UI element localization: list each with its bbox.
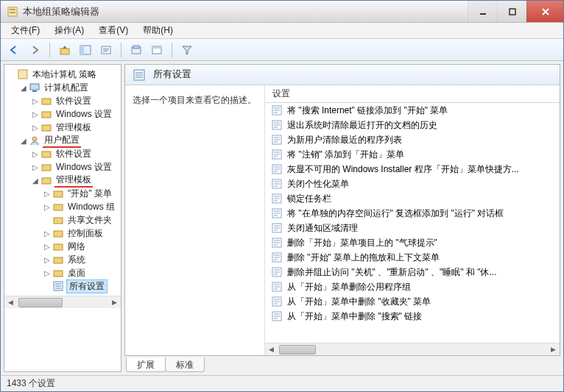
scroll-thumb[interactable]	[18, 298, 63, 307]
expand-icon[interactable]: ▷	[43, 243, 52, 251]
policy-item-icon	[271, 281, 283, 293]
tab-standard[interactable]: 标准	[165, 357, 205, 372]
tree-item[interactable]: ▷"开始" 菜单	[43, 187, 121, 200]
folder-icon	[52, 214, 64, 226]
tree-label: 共享文件夹	[66, 214, 113, 227]
menu-action[interactable]: 操作(A)	[47, 23, 91, 38]
expand-icon[interactable]: ▷	[43, 269, 52, 277]
window-title: 本地组策略编辑器	[23, 5, 468, 18]
list-item[interactable]: 从「开始」菜单中删除 "收藏夹" 菜单	[265, 294, 560, 309]
tree-item[interactable]: ▷Windows 组	[43, 200, 121, 213]
tree-item[interactable]: ▷系统	[43, 253, 121, 266]
list-item[interactable]: 为新用户清除最近的程序列表	[265, 132, 560, 147]
expand-icon[interactable]: ▷	[43, 256, 52, 264]
expand-icon[interactable]: ▷	[43, 190, 52, 198]
tree-admin-templates[interactable]: ◢ 管理模板	[31, 174, 121, 187]
policy-item-icon	[271, 119, 283, 131]
svg-rect-28	[54, 257, 63, 263]
tree-item[interactable]: ▷软件设置	[31, 147, 121, 160]
list-item[interactable]: 将 "搜索 Internet" 链接添加到 "开始" 菜单	[265, 103, 560, 118]
expand-icon[interactable]: ▷	[43, 203, 52, 211]
refresh-button[interactable]	[127, 41, 145, 59]
svg-rect-24	[54, 204, 63, 210]
list-body[interactable]: 将 "搜索 Internet" 链接添加到 "开始" 菜单退出系统时清除最近打开…	[265, 103, 560, 343]
expand-icon[interactable]: ▷	[31, 124, 40, 132]
tree-h-scrollbar[interactable]: ◀ ▶	[4, 296, 121, 308]
right-pane: 所有设置 选择一个项目来查看它的描述。 设置 将 "搜索 Internet" 链…	[124, 64, 560, 372]
tree-item[interactable]: ▷桌面	[43, 266, 121, 279]
close-button[interactable]	[526, 1, 563, 22]
tree-item[interactable]: ▷Windows 设置	[31, 107, 121, 121]
svg-rect-16	[42, 99, 51, 104]
expand-icon[interactable]: ◢	[31, 177, 40, 185]
up-button[interactable]	[56, 41, 74, 59]
list-item[interactable]: 从「开始」菜单中删除 "搜索" 链接	[265, 309, 560, 324]
back-button[interactable]	[5, 41, 23, 59]
status-count: 1433 个设置	[7, 377, 55, 390]
scroll-left-button[interactable]: ◀	[4, 296, 17, 309]
properties-button[interactable]	[148, 41, 166, 59]
scroll-track[interactable]	[17, 296, 108, 308]
tree-pane[interactable]: 本地计算机 策略 ◢ 计算机配置 ▷软件设置 ▷W	[4, 64, 121, 372]
tree-label: 系统	[66, 254, 87, 266]
tree-computer-config[interactable]: ◢ 计算机配置	[19, 81, 121, 94]
expand-icon[interactable]: ▷	[31, 163, 40, 171]
scroll-thumb[interactable]	[279, 345, 316, 354]
list-item-label: 锁定任务栏	[287, 193, 331, 205]
folder-icon	[40, 121, 52, 133]
tree-item[interactable]: ▷网络	[43, 240, 121, 253]
list-item[interactable]: 关闭个性化菜单	[265, 177, 560, 191]
folder-icon	[52, 254, 64, 266]
tree-item[interactable]: ▷软件设置	[31, 94, 121, 107]
list-item-label: 删除「开始」菜单项目上的 "气球提示"	[287, 237, 437, 249]
list-item[interactable]: 从「开始」菜单删除公用程序组	[265, 279, 560, 294]
tree-item[interactable]: ▷Windows 设置	[31, 160, 121, 174]
expand-icon[interactable]: ◢	[19, 84, 28, 92]
show-hide-tree-button[interactable]	[77, 41, 94, 59]
list-item[interactable]: 灰显不可用的 Windows Installer 程序「开始」菜单快捷方...	[265, 162, 560, 177]
list-item[interactable]: 锁定任务栏	[265, 191, 560, 206]
filter-button[interactable]	[178, 41, 196, 59]
scroll-left-button[interactable]: ◀	[265, 343, 278, 356]
menu-view[interactable]: 查看(V)	[91, 23, 135, 38]
folder-icon	[40, 108, 52, 120]
tree-item[interactable]: ▷控制面板	[43, 227, 121, 240]
user-icon	[29, 135, 40, 146]
column-header-setting[interactable]: 设置	[265, 85, 560, 103]
list-item[interactable]: 删除「开始」菜单项目上的 "气球提示"	[265, 235, 560, 250]
list-item[interactable]: 退出系统时清除最近打开的文档的历史	[265, 118, 560, 132]
svg-rect-23	[54, 191, 63, 197]
list-item[interactable]: 删除 "开始" 菜单上的拖放和上下文菜单	[265, 250, 560, 265]
content-area: 本地计算机 策略 ◢ 计算机配置 ▷软件设置 ▷W	[1, 61, 563, 375]
menu-file[interactable]: 文件(F)	[4, 23, 47, 38]
scroll-track[interactable]	[278, 343, 547, 355]
tab-extended[interactable]: 扩展	[126, 357, 166, 372]
export-button[interactable]	[97, 41, 115, 59]
expand-icon[interactable]: ◢	[19, 137, 28, 145]
scroll-right-button[interactable]: ▶	[108, 296, 121, 309]
tree-user-config[interactable]: ◢ 用户配置	[19, 134, 121, 147]
tree-all-settings[interactable]: 所有设置	[43, 279, 121, 293]
expand-icon[interactable]: ▷	[31, 110, 40, 118]
expand-icon[interactable]: ▷	[31, 150, 40, 158]
expand-icon[interactable]: ▷	[31, 97, 40, 105]
list-item[interactable]: 将 "在单独的内存空间运行" 复选框添加到 "运行" 对话框	[265, 206, 560, 221]
minimize-button[interactable]	[468, 1, 497, 22]
forward-button[interactable]	[26, 41, 43, 59]
list-item[interactable]: 将 "注销" 添加到「开始」菜单	[265, 147, 560, 162]
app-window: 本地组策略编辑器 文件(F) 操作(A) 查看(V) 帮助(H)	[0, 0, 564, 392]
maximize-button[interactable]	[497, 1, 526, 22]
scroll-right-button[interactable]: ▶	[547, 343, 560, 356]
tree-item[interactable]: 共享文件夹	[43, 213, 121, 227]
menu-help[interactable]: 帮助(H)	[135, 23, 180, 38]
tree-item[interactable]: ▷管理模板	[31, 121, 121, 134]
svg-point-19	[32, 137, 37, 141]
expand-icon[interactable]: ▷	[43, 229, 52, 238]
app-icon	[7, 6, 18, 18]
folder-icon	[52, 201, 64, 213]
list-h-scrollbar[interactable]: ◀ ▶	[265, 343, 560, 355]
toolbar-separator	[49, 43, 50, 57]
list-item[interactable]: 删除并阻止访问 "关机" 、"重新启动" 、"睡眠" 和 "休...	[265, 265, 560, 279]
list-item[interactable]: 关闭通知区域清理	[265, 221, 560, 235]
tree-root[interactable]: 本地计算机 策略	[7, 68, 121, 81]
